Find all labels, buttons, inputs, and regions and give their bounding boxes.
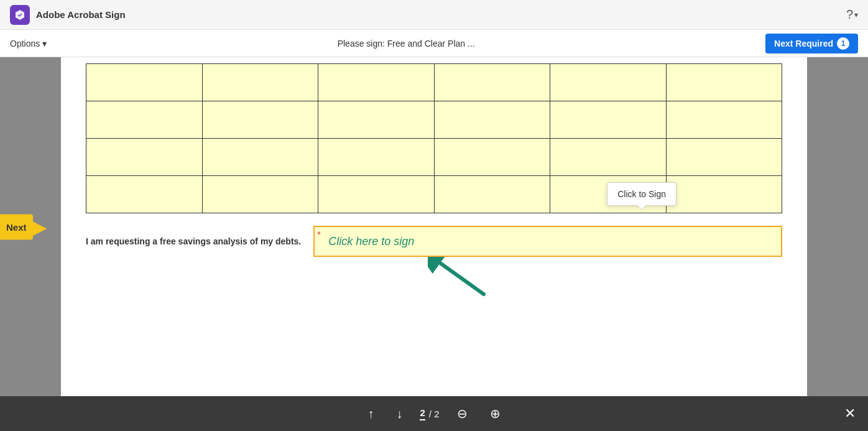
table-cell [666, 101, 782, 139]
table-cell [202, 176, 318, 213]
table-cell [666, 139, 782, 176]
document-title: Please sign: Free and Clear Plan ... [338, 39, 475, 49]
table-cell [318, 101, 435, 139]
header-right: ? ▾ [846, 7, 858, 22]
page-down-icon: ↓ [396, 407, 402, 420]
close-button[interactable]: ✕ [844, 406, 856, 422]
table-cell [666, 64, 782, 101]
header-left: Adobe Acrobat Sign [10, 5, 126, 25]
help-chevron-icon: ▾ [854, 11, 858, 19]
green-arrow-icon [428, 257, 490, 300]
zoom-out-button[interactable]: ⊖ [452, 404, 473, 424]
table-cell [550, 64, 667, 101]
table-cell [434, 101, 550, 139]
document-area: Click to Sign I am requesting a free sav… [0, 57, 868, 396]
table-cell [434, 139, 550, 176]
next-required-label: Next Required [774, 39, 833, 49]
table-cell [202, 139, 318, 176]
table-cell [434, 64, 550, 101]
bottom-toolbar: ↑ ↓ 2 / 2 ⊖ ⊕ ✕ [0, 396, 868, 431]
zoom-out-icon: ⊖ [457, 407, 468, 420]
table-cell [434, 176, 550, 213]
table-cell [86, 139, 203, 176]
help-button[interactable]: ? ▾ [846, 7, 858, 22]
options-chevron-icon: ▾ [42, 39, 47, 49]
app-logo [10, 5, 30, 25]
table-cell [550, 139, 667, 176]
zoom-in-button[interactable]: ⊕ [485, 404, 506, 424]
app-title: Adobe Acrobat Sign [36, 9, 126, 20]
table-cell [86, 101, 203, 139]
table-cell [202, 101, 318, 139]
close-icon: ✕ [844, 406, 856, 421]
page-up-button[interactable]: ↑ [362, 404, 379, 424]
arrow-container [86, 257, 782, 300]
table-cell [86, 176, 203, 213]
sign-label: I am requesting a free savings analysis … [86, 236, 301, 246]
sign-row: Click to Sign I am requesting a free sav… [86, 226, 782, 257]
click-to-sign-tooltip: Click to Sign [607, 182, 676, 206]
options-label: Options [10, 39, 40, 49]
page-down-button[interactable]: ↓ [391, 404, 407, 424]
next-tab[interactable]: Next ▶ [0, 214, 47, 239]
table-cell [318, 139, 435, 176]
header: Adobe Acrobat Sign ? ▾ [0, 0, 868, 30]
table-cell [550, 101, 667, 139]
sign-field-placeholder: Click here to sign [322, 235, 414, 248]
table-cell [318, 176, 435, 213]
page-current: 2 [420, 407, 425, 420]
page-up-icon: ↑ [367, 407, 374, 420]
tooltip-text: Click to Sign [617, 189, 666, 199]
table-cell [202, 64, 318, 101]
next-required-button[interactable]: Next Required 1 [765, 34, 858, 53]
sign-field[interactable]: * Click here to sign [313, 226, 782, 257]
page-info: 2 / 2 [420, 407, 439, 420]
table-cell [318, 64, 435, 101]
page-separator: / 2 [429, 409, 440, 419]
document-table [86, 63, 782, 213]
required-star: * [317, 229, 320, 239]
next-required-badge: 1 [837, 37, 849, 50]
main-area: Next ▶ Click to Sign I am requesting a f… [0, 57, 868, 396]
document: Click to Sign I am requesting a free sav… [61, 57, 807, 396]
help-circle-icon: ? [846, 7, 853, 22]
zoom-in-icon: ⊕ [490, 407, 501, 420]
svg-line-1 [440, 263, 484, 294]
table-cell [86, 64, 203, 101]
toolbar: Options ▾ Please sign: Free and Clear Pl… [0, 30, 868, 57]
options-button[interactable]: Options ▾ [10, 39, 47, 49]
table-cell [666, 176, 782, 213]
next-tab-label[interactable]: Next [0, 214, 33, 239]
next-arrow-icon: ▶ [32, 217, 47, 237]
